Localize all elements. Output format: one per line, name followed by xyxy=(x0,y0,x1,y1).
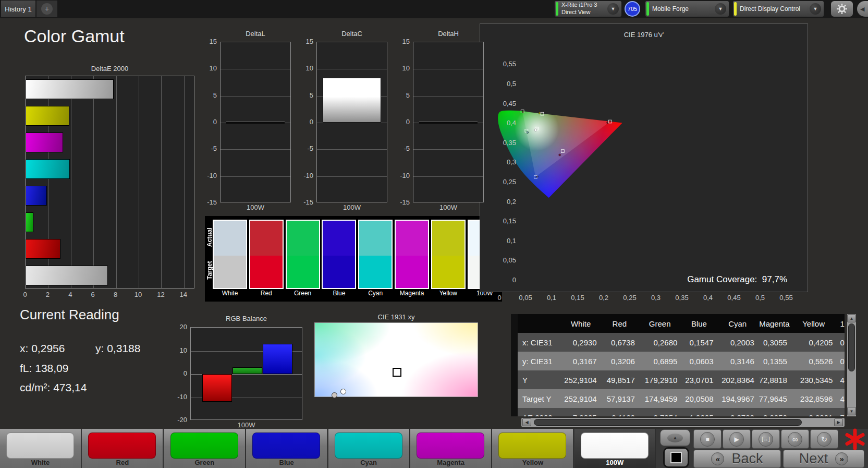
measure-refresh-button[interactable]: ↻ xyxy=(810,429,838,449)
swatch-magenta[interactable] xyxy=(395,220,429,289)
patch-button-cyan[interactable]: Cyan xyxy=(328,429,410,468)
table-row: Y252,910449,8517179,291023,0701202,83647… xyxy=(518,370,845,389)
settings-button[interactable] xyxy=(831,1,853,17)
swatch-label: Cyan xyxy=(358,290,393,297)
table-cell: 252,9104 xyxy=(561,370,600,389)
swatch-blue[interactable] xyxy=(322,220,356,289)
grid-line xyxy=(413,96,483,97)
rgb-y-tick: 20 xyxy=(169,323,187,331)
table-cell: 0,1355 xyxy=(758,352,791,370)
pattern-source-dropdown[interactable]: Mobile Forge ▼ xyxy=(645,1,729,17)
swatch-label: Green xyxy=(286,290,320,297)
measure-play-button[interactable]: ▶ xyxy=(723,429,751,449)
patch-button-blue[interactable]: Blue xyxy=(246,429,327,468)
patch-button-white[interactable]: White xyxy=(0,429,81,468)
table-cell: 0,3055 xyxy=(758,333,791,352)
patch-swatch xyxy=(252,433,320,459)
table-cell: 174,9459 xyxy=(639,389,681,408)
swatch-green[interactable] xyxy=(286,220,320,289)
patch-label: Red xyxy=(82,459,163,466)
horizontal-scroll-thumb[interactable] xyxy=(534,419,802,426)
rgb-bar-red xyxy=(202,374,232,402)
delta-chart-x-label: 100W xyxy=(413,203,484,211)
swatch-yellow[interactable] xyxy=(431,220,466,289)
patch-button-magenta[interactable]: Magenta xyxy=(410,429,492,468)
table-cell: 3,8801 xyxy=(791,408,836,416)
cie-y-tick: 0,45 xyxy=(484,100,516,107)
grid-line xyxy=(221,149,290,150)
grid-line xyxy=(139,76,139,288)
measure-stop-button[interactable]: ■ xyxy=(693,429,722,449)
table-column-header: White xyxy=(561,314,600,333)
measure-series-button[interactable]: [↔] xyxy=(752,429,780,449)
tab-history-1[interactable]: History 1 xyxy=(1,1,35,17)
patch-button-green[interactable]: Green xyxy=(164,429,246,468)
table-column-header xyxy=(518,314,561,333)
table-column-header: Yellow xyxy=(791,314,836,333)
table-cell: 7,3805 xyxy=(561,408,600,416)
deltae-bar-red xyxy=(26,239,60,259)
patch-button-yellow[interactable]: Yellow xyxy=(492,429,573,468)
deltae-bar-magenta xyxy=(26,133,63,152)
patch-button-100w[interactable]: 100W xyxy=(574,429,656,468)
chevron-down-icon: ▼ xyxy=(810,3,821,15)
cie-y-tick: 0 xyxy=(484,276,516,284)
table-cell: 57,9137 xyxy=(601,389,639,408)
collapse-panel-button[interactable]: ◀ xyxy=(857,1,868,17)
patch-swatch xyxy=(581,433,649,459)
scroll-up-button[interactable]: ▲ xyxy=(847,314,856,322)
scroll-right-button[interactable]: ▶ xyxy=(834,418,843,426)
back-button[interactable]: « Back xyxy=(693,450,781,468)
expand-panel-button[interactable]: ▲ xyxy=(660,429,690,446)
deltae-bar-100w xyxy=(26,266,108,285)
table-column-header: Green xyxy=(639,314,681,333)
swatch-red[interactable] xyxy=(249,220,284,289)
patch-label: Yellow xyxy=(492,459,573,466)
grid-line xyxy=(221,96,290,97)
table-cell: 0,2003 xyxy=(717,333,758,352)
patch-label: White xyxy=(0,459,81,466)
chevron-down-icon: ▼ xyxy=(607,3,619,15)
scroll-left-button[interactable]: ◀ xyxy=(522,418,531,426)
gamut-coverage-readout: Gamut Coverage: 97,7% xyxy=(646,274,787,285)
y-tick: 10 xyxy=(199,64,217,72)
table-row: ΔE 20007,38053,11600,78541,90053,87833,3… xyxy=(518,408,845,416)
row-label: Target Y xyxy=(518,389,561,408)
table-row: Target Y252,910457,9137174,945920,050819… xyxy=(518,389,845,408)
chevron-up-icon: ▲ xyxy=(667,434,683,442)
swatch-target xyxy=(214,256,246,288)
delta-chart-x-label: 100W xyxy=(316,203,387,211)
vertical-scroll-thumb[interactable] xyxy=(848,323,855,371)
meter-dropdown[interactable]: X-Rite i1Pro 3 Direct View ▼ xyxy=(555,1,621,17)
add-tab-button[interactable]: + xyxy=(36,1,57,17)
cie-x-tick: 0,45 xyxy=(724,294,744,302)
y-tick: 15 xyxy=(199,38,217,45)
table-cell: 232,8596 xyxy=(791,389,836,408)
rgb-y-tick: -10 xyxy=(169,393,187,401)
cie-y-tick: 0,35 xyxy=(484,139,516,147)
measure-continuous-button[interactable]: ∞ xyxy=(781,429,809,449)
next-button[interactable]: Next » xyxy=(783,450,864,468)
swatch-cyan[interactable] xyxy=(358,220,393,289)
patch-swatch xyxy=(498,433,566,459)
rgb-y-tick: 10 xyxy=(169,346,187,354)
table-header-row: WhiteRedGreenBlueCyanMagentaYellow10 xyxy=(518,314,845,333)
stop-pattern-button[interactable] xyxy=(663,447,689,468)
table-column-header: 10 xyxy=(836,314,845,333)
cie-y-tick: 0,2 xyxy=(484,198,516,206)
meter-count-badge[interactable]: 705 xyxy=(625,1,640,17)
cie1931-actual-marker xyxy=(340,389,346,394)
table-cell: 23,0701 xyxy=(681,370,717,389)
page-title: Color Gamut xyxy=(24,26,125,46)
patch-button-red[interactable]: Red xyxy=(82,429,163,468)
stop-square-icon xyxy=(670,452,682,463)
cie1931-actual-marker xyxy=(332,392,337,398)
scroll-down-button[interactable]: ▼ xyxy=(847,407,856,415)
patch-swatch xyxy=(6,433,74,459)
swatch-white[interactable] xyxy=(213,220,247,289)
current-reading-title: Current Reading xyxy=(20,307,119,323)
display-control-dropdown[interactable]: Direct Display Control ▼ xyxy=(733,1,824,17)
cie-x-tick: 0,4 xyxy=(698,294,718,302)
gamut-coverage-value: 97,7% xyxy=(762,274,787,284)
next-label: Next xyxy=(799,451,828,467)
